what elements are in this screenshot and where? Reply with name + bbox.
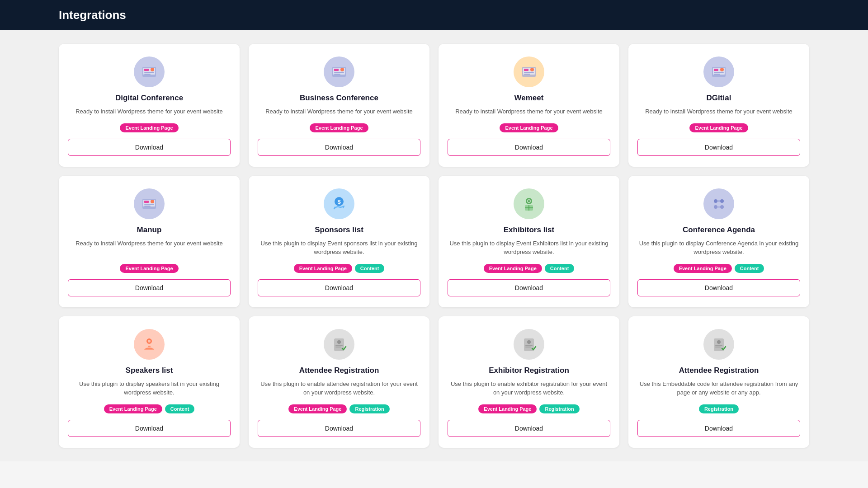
card-icon-attendee-registration-2 [703,329,734,360]
svg-point-29 [151,200,154,203]
tag-landing: Event Landing Page [310,123,368,132]
integrations-grid: Digital Conference Ready to install Word… [59,44,809,448]
card-desc-speakers-list: Use this plugin to display speakers list… [68,380,231,397]
card-conference-agenda: Conference Agenda Use this plugin to dis… [628,176,809,307]
svg-point-40 [714,205,717,209]
svg-point-45 [148,340,151,343]
tag-landing: Event Landing Page [484,264,542,273]
svg-rect-20 [714,69,718,71]
svg-point-34 [528,200,530,202]
card-desc-wemeet: Ready to install Wordpress theme for you… [455,107,603,116]
tag-landing: Event Landing Page [294,264,352,273]
card-exhibitor-registration: Exhibitor Registration Use this plugin t… [439,316,619,448]
card-icon-manup [134,188,165,219]
card-desc-dgitial: Ready to install Wordpress theme for you… [645,107,793,116]
card-desc-manup: Ready to install Wordpress theme for you… [75,239,223,257]
svg-rect-61 [715,345,722,346]
card-title-attendee-registration: Attendee Registration [299,366,379,375]
svg-rect-57 [525,347,531,347]
svg-point-50 [337,340,341,344]
svg-rect-21 [714,72,724,73]
svg-point-60 [717,340,721,344]
card-tags-sponsors-list: Event Landing PageContent [294,264,385,273]
card-icon-wemeet [514,56,544,87]
svg-rect-56 [525,345,533,346]
svg-text:$: $ [337,198,341,205]
svg-rect-8 [334,69,339,71]
svg-point-38 [714,199,717,203]
card-desc-exhibitors-list: Use this plugin to display Event Exhibit… [448,239,610,257]
card-attendee-registration-2: Attendee Registration Use this Embeddabl… [628,316,809,448]
card-title-sponsors-list: Sponsors list [315,225,363,235]
svg-point-5 [151,68,154,71]
card-title-digital-conference: Digital Conference [115,94,183,103]
tag-content: Content [355,264,385,273]
tag-landing: Event Landing Page [104,404,162,413]
main-content: Digital Conference Ready to install Word… [0,30,868,461]
tag-registration: Registration [699,404,739,413]
download-button-attendee-registration-2[interactable]: Download [637,420,800,437]
page-header: Integrations [0,0,868,30]
card-title-attendee-registration-2: Attendee Registration [679,366,759,375]
card-tags-conference-agenda: Event Landing PageContent [674,264,764,273]
download-button-business-conference[interactable]: Download [258,139,420,156]
tag-landing: Event Landing Page [288,404,347,413]
svg-rect-42 [717,200,720,202]
card-title-wemeet: Wemeet [514,94,544,103]
svg-rect-46 [148,346,151,347]
svg-rect-9 [334,72,344,73]
tag-landing: Event Landing Page [500,123,558,132]
card-desc-business-conference: Ready to install Wordpress theme for you… [265,107,413,116]
card-tags-attendee-registration-2: Registration [699,404,739,413]
svg-point-17 [530,68,534,71]
download-button-manup[interactable]: Download [68,279,231,296]
card-title-manup: Manup [137,225,162,235]
card-tags-manup: Event Landing Page [120,264,178,273]
card-desc-conference-agenda: Use this plugin to display Conference Ag… [637,239,800,257]
download-button-speakers-list[interactable]: Download [68,420,231,437]
svg-rect-52 [335,347,341,347]
card-tags-attendee-registration: Event Landing PageRegistration [288,404,389,413]
card-desc-digital-conference: Ready to install Wordpress theme for you… [75,107,223,116]
card-title-business-conference: Business Conference [300,94,378,103]
svg-point-23 [720,68,724,71]
card-desc-sponsors-list: Use this plugin to display Event sponsor… [258,239,420,257]
card-desc-attendee-registration: Use this plugin to enable attendee regis… [258,380,420,397]
card-title-dgitial: DGitial [707,94,731,103]
card-tags-exhibitors-list: Event Landing PageContent [484,264,575,273]
card-tags-exhibitor-registration: Event Landing PageRegistration [478,404,579,413]
download-button-exhibitor-registration[interactable]: Download [448,420,610,437]
tag-registration: Registration [539,404,579,413]
svg-rect-43 [717,206,720,208]
card-icon-dgitial [703,56,734,87]
svg-point-11 [340,68,344,71]
tag-landing: Event Landing Page [478,404,537,413]
svg-rect-28 [144,206,151,206]
download-button-sponsors-list[interactable]: Download [258,279,420,296]
download-button-attendee-registration[interactable]: Download [258,420,420,437]
tag-content: Content [165,404,195,413]
card-wemeet: Wemeet Ready to install Wordpress theme … [439,44,619,167]
svg-point-55 [527,340,531,344]
card-tags-speakers-list: Event Landing PageContent [104,404,195,413]
card-icon-exhibitor-registration [514,329,544,360]
tag-landing: Event Landing Page [674,264,732,273]
card-icon-conference-agenda [703,188,734,219]
card-icon-attendee-registration [324,329,354,360]
download-button-digital-conference[interactable]: Download [68,139,231,156]
card-digital-conference: Digital Conference Ready to install Word… [59,44,240,167]
tag-content: Content [735,264,764,273]
card-tags-dgitial: Event Landing Page [689,123,748,132]
download-button-dgitial[interactable]: Download [637,139,800,156]
svg-point-41 [720,205,724,209]
svg-rect-27 [144,204,154,205]
download-button-conference-agenda[interactable]: Download [637,279,800,296]
svg-rect-26 [144,201,149,203]
download-button-exhibitors-list[interactable]: Download [448,279,610,296]
card-title-exhibitors-list: Exhibitors list [504,225,554,235]
download-button-wemeet[interactable]: Download [448,139,610,156]
tag-landing: Event Landing Page [120,264,178,273]
card-dgitial: DGitial Ready to install Wordpress theme… [628,44,809,167]
tag-registration: Registration [349,404,389,413]
tag-landing: Event Landing Page [120,123,178,132]
